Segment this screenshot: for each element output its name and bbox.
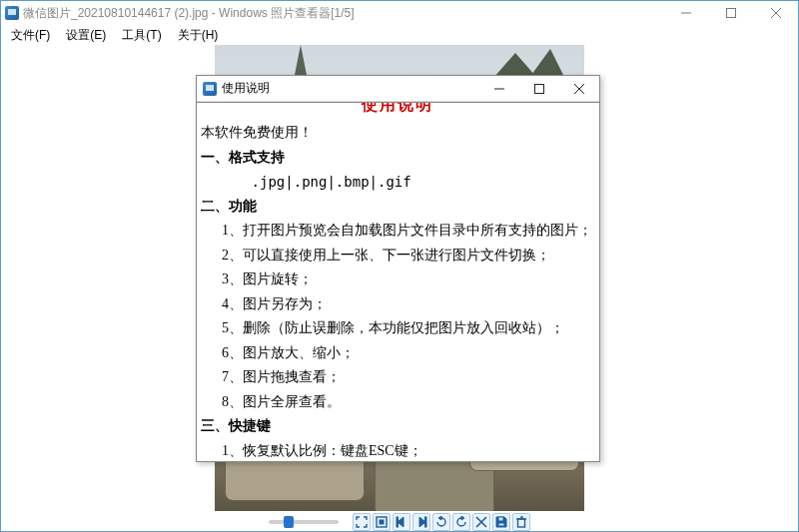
fit-screen-button[interactable]: [353, 513, 371, 531]
window-title: 微信图片_20210810144617 (2).jpg - Windows 照片…: [23, 5, 354, 22]
feature-item: 1、打开图片预览会自加载图片文件目录中所有支持的图片；: [201, 219, 593, 244]
menu-about[interactable]: 关于(H): [170, 25, 227, 46]
main-titlebar: 微信图片_20210810144617 (2).jpg - Windows 照片…: [1, 1, 798, 25]
crop-button[interactable]: [472, 513, 490, 531]
feature-item: 4、图片另存为；: [201, 292, 593, 317]
menu-file[interactable]: 文件(F): [3, 25, 58, 46]
dialog-close-button[interactable]: [559, 76, 599, 102]
rotate-left-button[interactable]: [432, 513, 450, 531]
zoom-slider[interactable]: [269, 520, 339, 524]
intro-text: 本软件免费使用！: [201, 121, 593, 146]
dialog-title: 使用说明: [222, 80, 270, 97]
close-button[interactable]: [753, 1, 798, 25]
help-dialog: 使用说明 使用说明 本软件免费使用！ 一、格式支持 .jpg|.png|.bmp…: [196, 75, 600, 462]
rotate-right-button[interactable]: [452, 513, 470, 531]
zoom-thumb[interactable]: [284, 516, 294, 528]
svg-rect-7: [518, 519, 525, 527]
delete-button[interactable]: [512, 513, 530, 531]
svg-rect-6: [498, 523, 504, 526]
feature-item: 3、图片旋转；: [201, 267, 593, 292]
app-icon: [5, 6, 19, 20]
dialog-body: 使用说明 本软件免费使用！ 一、格式支持 .jpg|.png|.bmp|.gif…: [197, 102, 599, 461]
dialog-maximize-button[interactable]: [519, 76, 559, 102]
save-button[interactable]: [492, 513, 510, 531]
svg-rect-3: [397, 517, 399, 527]
minimize-button[interactable]: [663, 1, 708, 25]
dialog-heading: 使用说明: [201, 103, 593, 119]
bottom-toolbar: [1, 511, 798, 532]
svg-rect-5: [498, 517, 503, 521]
previous-button[interactable]: [393, 513, 410, 531]
shortcut-item: 1、恢复默认比例：键盘ESC键；: [201, 439, 593, 462]
svg-rect-4: [425, 517, 427, 527]
section-formats: 一、格式支持: [201, 150, 285, 165]
maximize-button[interactable]: [708, 1, 753, 25]
formats-list: .jpg|.png|.bmp|.gif: [201, 170, 593, 195]
feature-item: 5、删除（防止误删除，本功能仅把图片放入回收站）；: [201, 316, 593, 341]
dialog-app-icon: [203, 82, 217, 96]
section-shortcuts: 三、快捷键: [201, 418, 271, 433]
dialog-minimize-button[interactable]: [479, 76, 519, 102]
menu-tools[interactable]: 工具(T): [114, 25, 169, 46]
menu-bar: 文件(F) 设置(E) 工具(T) 关于(H): [1, 25, 798, 45]
feature-item: 7、图片拖拽查看；: [201, 365, 593, 390]
menu-settings[interactable]: 设置(E): [58, 25, 114, 46]
svg-rect-0: [726, 9, 735, 18]
svg-rect-8: [535, 84, 544, 93]
dialog-titlebar[interactable]: 使用说明: [197, 76, 599, 102]
feature-item: 8、图片全屏查看。: [201, 390, 593, 415]
feature-item: 6、图片放大、缩小；: [201, 341, 593, 366]
dialog-content[interactable]: 使用说明 本软件免费使用！ 一、格式支持 .jpg|.png|.bmp|.gif…: [197, 103, 599, 461]
svg-rect-2: [380, 520, 384, 524]
section-features: 二、功能: [201, 199, 257, 214]
next-button[interactable]: [412, 513, 430, 531]
actual-size-button[interactable]: [373, 513, 391, 531]
feature-item: 2、可以直接使用上一张、下一张进行图片文件切换；: [201, 244, 593, 268]
